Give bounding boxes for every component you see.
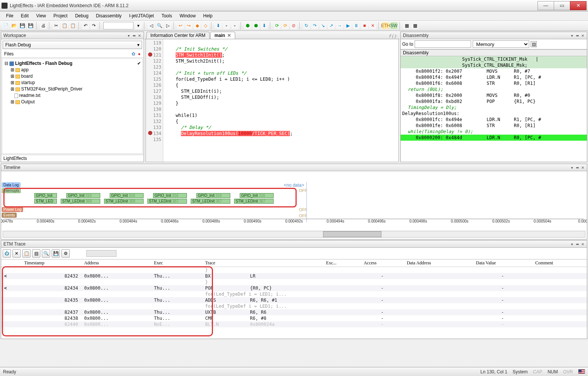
gear-icon[interactable]: ✿ [132,51,135,57]
cut-icon[interactable]: ✂ [53,22,60,29]
flag-icon[interactable] [578,369,585,374]
trace-row[interactable]: 824380x0800...Thu...CMPR6, #8-- [1,315,587,321]
save-icon[interactable]: 💾 [19,22,26,29]
tree-item[interactable]: ⊞ app [4,67,141,73]
pin-icon[interactable]: ▾ [127,34,131,38]
run-icon[interactable]: ⟳ [274,22,280,29]
step-over-icon[interactable]: ↷ [311,22,318,29]
stop-icon[interactable]: ⊘ [290,22,297,29]
project-tab[interactable]: LightEffects [3,156,27,161]
goto-input[interactable] [415,40,471,48]
view-icon[interactable]: ▤ [32,249,40,258]
trace-row[interactable]: <824340x0800...Thu...POP{R0, PC}-- [1,285,587,291]
bookmark-icon[interactable]: ◇ [202,22,209,29]
tree-item[interactable]: ⊞ startup [4,80,141,86]
close-panel-icon[interactable]: ✕ [580,34,585,38]
lane-datalog[interactable]: Data Log [2,183,20,187]
menu-disassembly[interactable]: Disassembly [93,12,125,19]
editor-tab[interactable]: main✕ [210,32,235,39]
minimize-button[interactable]: — [537,1,554,10]
copy-icon[interactable]: 📋 [61,22,68,29]
clear-icon[interactable]: ✕ [12,249,21,258]
editor-tab[interactable]: Information Center for ARM [146,32,210,39]
trace-row[interactable]: 824370x0800...Thu...UXTBR6, R6-- [1,309,587,315]
lane-power[interactable]: Power Log [2,207,23,212]
zoom-icon[interactable]: 🔍 [156,22,163,29]
step-into-icon[interactable]: ↘ [320,22,326,29]
menu-debug[interactable]: Debug [72,12,91,19]
trace-row[interactable]: 824350x0800...Thu...ADDSR6, R6, #1-- [1,297,587,303]
step-out-icon[interactable]: ↗ [328,22,335,29]
board-icon[interactable]: ▦ [403,22,410,29]
menu-help[interactable]: Help [200,12,216,19]
tree-item[interactable]: ⊞ board [4,73,141,80]
power-icon[interactable]: ⏻ [3,249,11,258]
disassembly-listing[interactable]: SysTick_CTRL_TICKINT_Msk | SysTick_CTRL_… [401,56,587,162]
doc-icon[interactable]: ▫ [231,22,238,29]
copy-icon[interactable]: 📋 [22,249,31,258]
trace-row[interactable]: } [1,279,587,285]
nav-fwd-icon[interactable]: ▷ [164,22,171,29]
go-icon[interactable]: ▶ [345,22,351,29]
new-file-icon[interactable]: 📄 [2,22,9,29]
search-combo[interactable] [103,22,133,29]
unpin-icon[interactable]: ⬌ [575,34,579,38]
refresh-icon[interactable]: ▤ [531,41,537,47]
etm-scroll-thumb[interactable] [86,250,116,257]
page-icon[interactable]: ▫ [223,22,230,29]
file-tree[interactable]: ⊟ LightEffects - Flash Debug✔ ⊞ app⊞ boa… [2,58,143,154]
line-gutter[interactable]: 119 120 121 122 123 124 125 126 127 128 … [146,39,163,162]
cube2-icon[interactable]: ⬢ [253,22,259,29]
menu-view[interactable]: View [33,12,49,19]
undo-icon[interactable]: ↶ [82,22,89,29]
print-icon[interactable]: 🖨 [40,22,47,29]
menu-file[interactable]: File [3,12,16,19]
debug-icon[interactable]: ⬇ [215,22,222,29]
halt-icon[interactable]: ■ [361,22,368,29]
reset-icon[interactable]: ↻ [303,22,310,29]
close-button[interactable]: ✕ [570,1,586,10]
nav-back-icon[interactable]: ◁ [148,22,155,29]
tree-item[interactable]: readme.txt [4,92,141,99]
tree-item[interactable]: ⊞ Output [4,99,141,105]
maximize-button[interactable]: ▭ [554,1,570,10]
save-icon[interactable]: 💾 [52,249,60,258]
trace-row[interactable]: for(Led_TypeDef i = LED1; i... [1,291,587,297]
menu-tools[interactable]: Tools [158,12,175,19]
close-panel-icon[interactable]: ✕ [137,34,141,38]
pin-icon[interactable]: ▾ [570,34,574,38]
pause-icon[interactable]: ⏸ [353,22,360,29]
menu-edit[interactable]: Edit [18,12,32,19]
lane-events[interactable]: Events [2,213,17,218]
exit-debug-icon[interactable]: ✕ [369,22,376,29]
bookmark-toggle-icon[interactable]: ◆ [194,22,201,29]
tree-item[interactable]: ⊞ STM32F4xx_StdPeriph_Driver [4,86,141,92]
run-to-icon[interactable]: → [336,22,343,29]
bookmark-prev-icon[interactable]: ↩ [177,22,184,29]
unpin-icon[interactable]: ⬌ [132,34,136,38]
bookmark-next-icon[interactable]: ↪ [185,22,192,29]
trace-row[interactable]: 824400x0800...NoE...BLT.N0x800024a-- [1,321,587,327]
menu-ijetjtagjet[interactable]: I-jet/JTAGjet [126,12,157,19]
redo-icon[interactable]: ↷ [90,22,97,29]
open-icon[interactable]: 📂 [11,22,17,29]
cube-icon[interactable]: ⬢ [244,22,251,29]
dropdown-icon[interactable]: ▾ [135,22,142,29]
trace-row[interactable]: for(Led_TypeDef i = LED1; i... [1,303,587,309]
eth-icon[interactable]: ETH [382,22,389,29]
swo-icon[interactable]: SW [390,22,397,29]
config-icon[interactable]: ⚙ [61,249,70,258]
dl-icon[interactable]: ⬇ [261,22,268,29]
memory-select[interactable]: Memory [473,40,529,48]
menu-window[interactable]: Window [176,12,199,19]
restart-icon[interactable]: ⟳ [282,22,289,29]
menu-project[interactable]: Project [51,12,70,19]
config-dropdown[interactable]: Flash Debug▾ [3,41,142,49]
code-editor[interactable]: /* Init Switches */ STM_Switch1Init(); S… [163,39,398,162]
board2-icon[interactable]: ▦ [412,22,418,29]
save-all-icon[interactable]: 💾 [27,22,34,29]
trace-row[interactable]: } [1,267,587,273]
trace-row[interactable]: <824320x0800...Thu...BXLR-- [1,273,587,279]
paste-icon[interactable]: 📋 [69,22,76,29]
search-icon[interactable]: 🔍 [42,249,50,258]
